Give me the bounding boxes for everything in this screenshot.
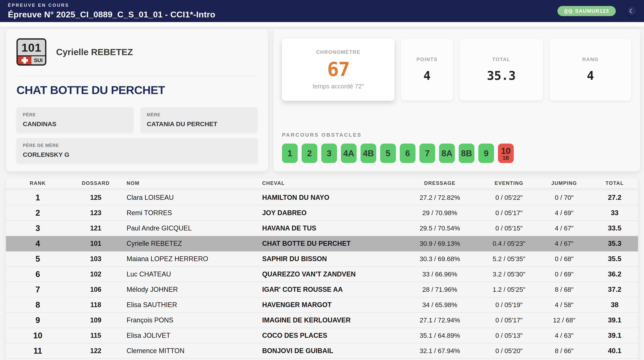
cell-nom: Remi TORRES	[122, 209, 256, 217]
table-row-rank-2[interactable]: 2123Remi TORRESJOY DABREO29 / 70.98%0 / …	[6, 205, 638, 221]
cell-dossard: 123	[70, 209, 122, 217]
event-status-label: ÉPREUVE EN COURS	[8, 2, 644, 8]
cell-rank: 5	[6, 254, 70, 264]
table-row-rank-5[interactable]: 5103Maiana LOPEZ HERREROSAPHIR DU BISSON…	[6, 251, 638, 267]
rank-label: RANG	[582, 57, 599, 62]
dark-mode-toggle[interactable]: ☾	[627, 6, 636, 15]
cell-nom: Mélody JOHNER	[122, 286, 256, 294]
cell-nom: Cyrielle REBETEZ	[122, 240, 256, 248]
cell-dressage: 34 / 65.98%	[399, 301, 481, 309]
cell-cheval: HAMILTON DU NAYO	[256, 194, 399, 202]
cell-eventing: 1.2 / 05'25"	[481, 286, 537, 293]
table-row-rank-6[interactable]: 6102Luc CHATEAUQUAREZZO VAN'T ZANDVEN33 …	[6, 267, 638, 282]
broadcast-channel-label: SAUMUR123	[575, 8, 609, 14]
cell-cheval: JOY DABREO	[256, 209, 399, 217]
obstacle-number: 7	[425, 148, 430, 158]
cell-total: 33	[591, 209, 638, 217]
obstacle-badge-9[interactable]: 9	[478, 144, 494, 163]
pedigree-damsire-box: PÈRE DE MÈRE CORLENSKY G	[16, 138, 258, 163]
cell-nom: Clemence MITTON	[122, 347, 256, 355]
points-value: 4	[423, 69, 431, 83]
main-content: 101 SUI Cyrielle REBETEZ CHAT BOTTE DU P…	[0, 28, 644, 360]
rank-card: RANG 4	[550, 38, 632, 101]
cell-dressage: 29.5 / 70.54%	[399, 225, 481, 232]
cell-eventing: 5.2 / 05'35"	[481, 255, 537, 263]
broadcast-channel-button[interactable]: ((•)) SAUMUR123	[558, 6, 616, 16]
obstacle-number: 2	[307, 148, 312, 158]
cell-eventing: 0 / 05'19"	[481, 301, 537, 309]
obstacles-section-label: PARCOURS OBSTACLES	[282, 132, 632, 138]
column-header-rank: RANK	[6, 180, 70, 186]
cell-total: 37.2	[591, 286, 638, 294]
table-row-rank-9[interactable]: 9109François PONSIMAGINE DE KERLOUAVER27…	[6, 313, 638, 328]
cell-total: 39.1	[591, 332, 638, 340]
obstacle-badge-4b[interactable]: 4B	[360, 144, 376, 163]
cell-rank: 8	[6, 300, 70, 310]
rank-value: 4	[587, 69, 594, 83]
obstacle-badge-5[interactable]: 5	[380, 144, 396, 163]
obstacle-badge-10[interactable]: 101B	[498, 144, 514, 163]
obstacle-badge-4a[interactable]: 4A	[341, 144, 356, 163]
swiss-flag-icon	[18, 56, 32, 64]
cell-rank: 7	[6, 285, 70, 294]
obstacle-badge-6[interactable]: 6	[400, 144, 416, 163]
header-glow-divider	[0, 22, 644, 28]
cell-jumping: 4 / 67"	[537, 225, 591, 232]
table-row-rank-7[interactable]: 7106Mélody JOHNERIGAR' COTE ROUSSE AA28 …	[6, 282, 638, 297]
rider-name: Cyrielle REBETEZ	[56, 47, 133, 57]
total-card: TOTAL 35.3	[460, 38, 543, 101]
table-row-rank-3[interactable]: 3121Paul Andre GICQUELHAVANA DE TUS29.5 …	[6, 221, 638, 236]
cell-rank: 1	[6, 193, 70, 202]
cell-dressage: 30.9 / 69.13%	[399, 240, 481, 247]
cell-cheval: IMAGINE DE KERLOUAVER	[256, 316, 399, 324]
obstacle-badge-8b[interactable]: 8B	[459, 144, 474, 163]
cell-nom: Maiana LOPEZ HERRERO	[122, 255, 256, 263]
total-label: TOTAL	[492, 57, 510, 62]
cell-cheval: IGAR' COTE ROUSSE AA	[256, 286, 399, 294]
cell-nom: François PONS	[122, 316, 256, 324]
cell-dressage: 28 / 71.96%	[399, 286, 481, 293]
points-card: POINTS 4	[401, 38, 453, 101]
cell-jumping: 4 / 67"	[537, 240, 591, 247]
cell-dossard: 101	[70, 240, 122, 248]
pedigree-label: MÈRE	[147, 112, 251, 117]
cell-cheval: QUAREZZO VAN'T ZANDVEN	[256, 270, 399, 278]
cell-jumping: 4 / 69"	[537, 209, 591, 217]
cell-total: 33.5	[591, 224, 638, 232]
cell-total: 35.5	[591, 255, 638, 263]
chronometer-label: CHRONOMÈTRE	[316, 49, 360, 55]
cell-rank: 11	[6, 346, 70, 356]
cell-dossard: 106	[70, 286, 122, 294]
column-header-total: TOTAL	[591, 180, 638, 186]
obstacle-badge-3[interactable]: 3	[321, 144, 337, 163]
pedigree-label: PÈRE	[23, 112, 127, 117]
results-table-header: RANKDOSSARDNOMCHEVALDRESSAGEEVENTINGJUMP…	[6, 178, 638, 189]
points-label: POINTS	[416, 57, 438, 62]
cell-dressage: 30.3 / 69.68%	[399, 255, 481, 263]
cell-jumping: 8 / 66"	[537, 347, 591, 355]
table-row-rank-8[interactable]: 8118Elisa SAUTHIERHAVENGER MARGOT34 / 65…	[6, 297, 638, 313]
cell-nom: Clara LOISEAU	[122, 194, 256, 202]
obstacle-badge-8a[interactable]: 8A	[439, 144, 455, 163]
obstacle-sub-label: 1B	[503, 155, 509, 161]
table-row-partial	[6, 359, 638, 360]
cell-jumping: 12 / 68"	[537, 317, 591, 324]
cell-total: 35.3	[591, 240, 638, 248]
cell-total: 38	[591, 301, 638, 309]
cell-cheval: COCO DES PLACES	[256, 332, 399, 340]
cell-eventing: 0 / 05'17"	[481, 209, 537, 217]
table-row-rank-10[interactable]: 10115Elisa JOLIVETCOCO DES PLACES35.1 / …	[6, 328, 638, 343]
obstacle-badge-2[interactable]: 2	[302, 144, 317, 163]
obstacle-badge-1[interactable]: 1	[282, 144, 298, 163]
obstacle-badge-7[interactable]: 7	[420, 144, 435, 163]
country-code: SUI	[32, 56, 45, 64]
cell-dressage: 27.2 / 72.82%	[399, 194, 481, 201]
cell-dressage: 27.1 / 72.94%	[399, 317, 481, 324]
table-row-rank-4[interactable]: 4101Cyrielle REBETEZCHAT BOTTE DU PERCHE…	[6, 236, 638, 251]
table-row-rank-11[interactable]: 11122Clemence MITTONBONJOVI DE GUIBAIL32…	[6, 343, 638, 359]
pedigree-label: PÈRE DE MÈRE	[23, 143, 252, 148]
cell-rank: 3	[6, 224, 70, 233]
cell-eventing: 0 / 05'20"	[481, 347, 537, 355]
table-row-rank-1[interactable]: 1125Clara LOISEAUHAMILTON DU NAYO27.2 / …	[6, 190, 638, 205]
cell-rank: 6	[6, 270, 70, 279]
